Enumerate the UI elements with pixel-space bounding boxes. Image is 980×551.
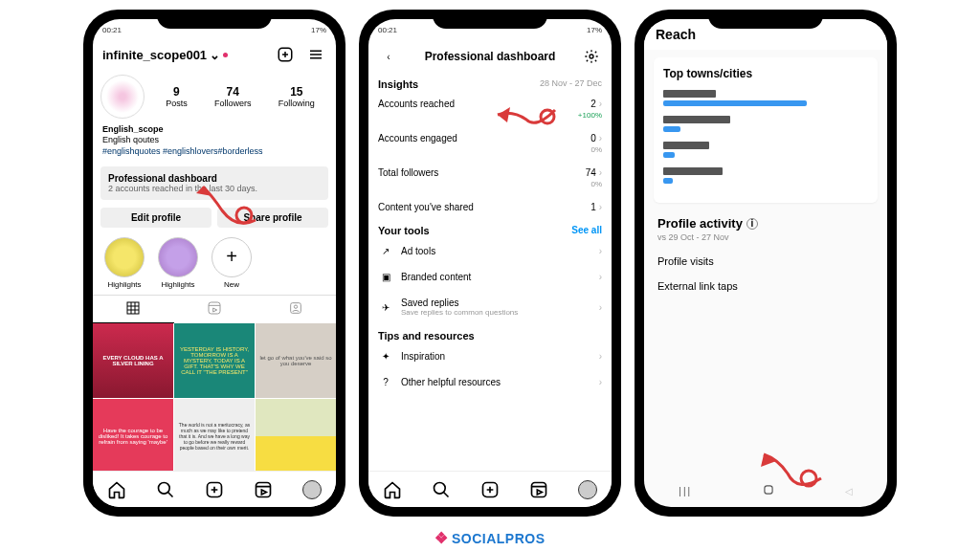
screen-dashboard: 00:21 17% ‹ Professional dashboard Insig… [368,19,612,507]
screen-profile: 00:21 17% infinite_scope001 ⌄ [93,19,336,507]
highlights: Highlights Highlights +New [93,231,336,295]
post-5[interactable]: The world is not a meritocracy, as much … [174,399,255,474]
posts-stat[interactable]: 9 Posts [166,85,188,108]
tip-row[interactable]: ✦ Inspiration › [368,343,612,369]
status-battery: 17% [311,26,326,34]
tool-row[interactable]: ✈ Saved repliesSave replies to common qu… [368,290,612,324]
footer-brand: ❖ SOCIALPROS [434,529,545,547]
post-4[interactable]: Have the courage to be disliked! It take… [93,399,173,474]
tool-row[interactable]: ▣ Branded content › [368,264,612,290]
back-button[interactable]: ‹ [378,46,399,67]
username-dropdown[interactable]: infinite_scope001 ⌄ [102,48,228,62]
tab-tagged[interactable] [255,296,336,323]
bio-tags[interactable]: #englishquotes #englishlovers#borderless [102,146,326,157]
notch [157,10,272,29]
android-back-icon[interactable]: ◁ [845,486,853,496]
professional-dashboard-card[interactable]: Professional dashboard 2 accounts reache… [100,166,328,200]
post-3[interactable]: let go of what you've said so you deserv… [256,323,336,398]
edit-profile-button[interactable]: Edit profile [100,208,212,228]
profile-header: infinite_scope001 ⌄ [93,40,336,69]
tools-header: Your tools [378,225,430,236]
bottom-nav [368,471,612,507]
phone-frame-2: 00:21 17% ‹ Professional dashboard Insig… [359,10,621,517]
tips-header: Tips and resources [378,330,475,342]
nav-profile-icon[interactable] [302,480,322,499]
svg-marker-23 [261,490,266,495]
android-home-icon[interactable] [762,483,775,498]
android-nav: ||| ◁ [644,474,887,507]
create-button[interactable] [275,44,296,65]
town-bar-row [663,142,868,158]
nav-reels-icon[interactable] [254,480,273,499]
insight-row[interactable]: Total followers 74 › 0% [368,161,612,195]
profile-activity-section: Profile activity i vs 29 Oct - 27 Nov Pr… [657,216,874,292]
profile-visits-row[interactable]: Profile visits [657,242,874,267]
notch [708,10,823,29]
post-grid: EVERY CLOUD HAS A SILVER LINING YESTERDA… [93,323,336,474]
info-icon[interactable]: i [746,218,758,230]
town-bar-row [663,116,868,132]
highlight-new[interactable]: +New [210,237,254,289]
nav-reels-icon[interactable] [529,480,548,499]
profile-activity-sub: vs 29 Oct - 27 Nov [657,232,874,242]
post-2[interactable]: YESTERDAY IS HISTORY, TOMORROW IS A MYST… [174,323,255,398]
post-6[interactable] [256,399,336,474]
highlight-2[interactable]: Highlights [156,237,200,289]
svg-point-27 [434,482,446,494]
bio-desc: English qoutes [102,135,326,145]
town-bar-row [663,90,868,106]
nav-profile-icon[interactable] [578,480,597,499]
menu-button[interactable] [305,44,326,65]
svg-rect-6 [127,302,139,314]
top-towns-card: Top towns/cities [654,57,878,203]
nav-home-icon[interactable] [107,480,126,499]
bio: English_scope English qoutes #englishquo… [93,124,336,163]
external-link-taps-row[interactable]: External link taps [657,267,874,292]
settings-icon[interactable] [581,46,602,67]
phone-frame-3: Reach Top towns/cities Profile activity … [635,10,897,517]
bottom-nav [93,471,336,507]
post-1[interactable]: EVERY CLOUD HAS A SILVER LINING [93,323,173,398]
svg-line-17 [168,492,173,496]
svg-point-15 [294,305,297,308]
avatar[interactable] [100,75,145,119]
svg-rect-37 [765,486,772,494]
tip-row[interactable]: ? Other helpful resources › [368,369,612,395]
svg-line-28 [444,492,449,496]
screen-reach: Reach Top towns/cities Profile activity … [644,19,887,507]
share-profile-button[interactable]: Share profile [217,208,328,228]
nav-create-icon[interactable] [205,480,224,499]
nav-create-icon[interactable] [480,480,500,499]
insight-row[interactable]: Content you've shared 1 › [368,195,612,219]
brand-mark-icon: ❖ [434,529,449,547]
svg-marker-39 [761,454,776,467]
see-all-link[interactable]: See all [571,225,602,236]
chevron-down-icon: ⌄ [210,48,220,62]
date-range: 28 Nov - 27 Dec [540,78,602,90]
nav-search-icon[interactable] [156,480,175,499]
notification-dot [223,53,228,57]
android-recents-icon[interactable]: ||| [679,486,692,496]
insights-header: Insights [378,78,418,90]
username-label: infinite_scope001 [102,48,207,62]
insight-row[interactable]: Accounts engaged 0 › 0% [368,126,612,161]
tool-row[interactable]: ↗ Ad tools › [368,238,612,264]
svg-point-16 [159,482,170,494]
status-time: 00:21 [102,26,122,34]
profile-activity-title: Profile activity [657,216,743,231]
stats-row: 9 Posts 74 Followers 15 Following [93,69,336,124]
profile-tabs [93,295,336,323]
tab-reels[interactable] [174,296,256,323]
bio-name: English_scope [102,124,326,135]
tab-grid[interactable] [93,296,174,323]
highlight-1[interactable]: Highlights [102,237,146,289]
svg-rect-11 [209,302,220,314]
following-stat[interactable]: 15 Following [278,85,315,108]
nav-search-icon[interactable] [432,480,451,499]
followers-stat[interactable]: 74 Followers [214,85,252,108]
insight-row[interactable]: Accounts reached 2 › +100% [368,92,612,126]
dashboard-header: ‹ Professional dashboard [368,40,612,73]
nav-home-icon[interactable] [383,480,402,499]
town-bar-row [663,167,868,184]
svg-marker-34 [537,490,542,495]
